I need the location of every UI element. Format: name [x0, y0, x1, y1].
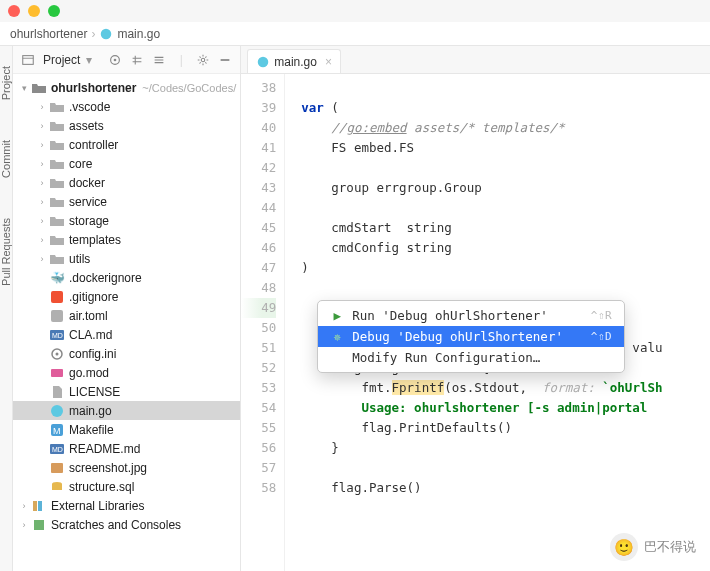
tree-item-core[interactable]: › core	[13, 154, 240, 173]
tree-item--vscode[interactable]: › .vscode	[13, 97, 240, 116]
tree-root[interactable]: ▾ ohurlshortener ~/Codes/GoCodes/	[13, 78, 240, 97]
tab-main-go[interactable]: main.go ×	[247, 49, 341, 73]
line-number[interactable]: 46	[241, 238, 276, 258]
code-line[interactable]: Usage: ohurlshortener [-s admin|portal	[301, 398, 710, 418]
tree-item-license[interactable]: LICENSE	[13, 382, 240, 401]
close-tab-icon[interactable]: ×	[325, 55, 332, 69]
svg-rect-7	[51, 291, 63, 303]
project-panel-title[interactable]: Project	[43, 53, 80, 67]
line-number[interactable]: 48	[241, 278, 276, 298]
line-number[interactable]: 52	[241, 358, 276, 378]
chevron-right-icon[interactable]: ›	[35, 140, 49, 150]
code-line[interactable]	[301, 278, 710, 298]
code-line[interactable]: //go:embed assets/* templates/*	[301, 118, 710, 138]
sidebar-tab-commit[interactable]: Commit	[0, 140, 12, 178]
chevron-down-icon[interactable]: ▾	[86, 53, 92, 67]
chevron-right-icon[interactable]: ›	[17, 501, 31, 511]
chevron-right-icon[interactable]: ›	[35, 235, 49, 245]
tree-item--gitignore[interactable]: .gitignore	[13, 287, 240, 306]
tree-item-docker[interactable]: › docker	[13, 173, 240, 192]
line-number[interactable]: 56	[241, 438, 276, 458]
chevron-right-icon[interactable]: ›	[35, 102, 49, 112]
line-number[interactable]: 58	[241, 478, 276, 498]
collapse-all-icon[interactable]	[150, 51, 168, 69]
breadcrumb-project[interactable]: ohurlshortener	[10, 27, 87, 41]
line-gutter[interactable]: 3839404142434445464748495051525354555657…	[241, 74, 285, 571]
project-view-icon[interactable]	[19, 51, 37, 69]
chevron-right-icon[interactable]: ›	[35, 197, 49, 207]
code-line[interactable]: var (	[301, 98, 710, 118]
line-number[interactable]: 38	[241, 78, 276, 98]
select-opened-file-icon[interactable]	[106, 51, 124, 69]
chevron-right-icon[interactable]: ›	[17, 520, 31, 530]
menu-modify-config[interactable]: Modify Run Configuration…	[318, 347, 624, 368]
menu-debug[interactable]: ✵ Debug 'Debug ohUrlShortener' ^⇧D	[318, 326, 624, 347]
line-number[interactable]: 54	[241, 398, 276, 418]
minimize-window-button[interactable]	[28, 5, 40, 17]
code-line[interactable]: FS embed.FS	[301, 138, 710, 158]
tree-item-main-go[interactable]: main.go	[13, 401, 240, 420]
tree-item-cla-md[interactable]: MD CLA.md	[13, 325, 240, 344]
line-number[interactable]: 53	[241, 378, 276, 398]
tree-item-templates[interactable]: › templates	[13, 230, 240, 249]
tree-item-config-ini[interactable]: config.ini	[13, 344, 240, 363]
tree-scratches[interactable]: › Scratches and Consoles	[13, 515, 240, 534]
code-line[interactable]	[301, 458, 710, 478]
line-number[interactable]: 40	[241, 118, 276, 138]
breadcrumb-file[interactable]: main.go	[117, 27, 160, 41]
tree-item-screenshot-jpg[interactable]: screenshot.jpg	[13, 458, 240, 477]
line-number[interactable]: 47	[241, 258, 276, 278]
code-line[interactable]: cmdConfig string	[301, 238, 710, 258]
code-line[interactable]: cmdStart string	[301, 218, 710, 238]
line-number[interactable]: 41	[241, 138, 276, 158]
code-area[interactable]: 3839404142434445464748495051525354555657…	[241, 74, 710, 571]
tree-item-utils[interactable]: › utils	[13, 249, 240, 268]
tree-item-service[interactable]: › service	[13, 192, 240, 211]
code-line[interactable]	[301, 78, 710, 98]
project-tree[interactable]: ▾ ohurlshortener ~/Codes/GoCodes/ › .vsc…	[13, 74, 240, 571]
settings-gear-icon[interactable]	[194, 51, 212, 69]
tree-item-air-toml[interactable]: air.toml	[13, 306, 240, 325]
chevron-down-icon[interactable]: ▾	[17, 83, 31, 93]
tree-item-structure-sql[interactable]: structure.sql	[13, 477, 240, 496]
line-number[interactable]: 50	[241, 318, 276, 338]
line-number[interactable]: 51	[241, 338, 276, 358]
code-line[interactable]: }	[301, 438, 710, 458]
close-window-button[interactable]	[8, 5, 20, 17]
code-line[interactable]: group errgroup.Group	[301, 178, 710, 198]
code-line[interactable]: )	[301, 258, 710, 278]
line-number[interactable]: 57	[241, 458, 276, 478]
code-line[interactable]	[301, 198, 710, 218]
line-number[interactable]: 43	[241, 178, 276, 198]
code-line[interactable]: flag.Parse()	[301, 478, 710, 498]
tree-item-makefile[interactable]: M Makefile	[13, 420, 240, 439]
line-number[interactable]: 44	[241, 198, 276, 218]
code-line[interactable]	[301, 158, 710, 178]
chevron-right-icon[interactable]: ›	[35, 216, 49, 226]
sidebar-tab-pull-requests[interactable]: Pull Requests	[0, 218, 12, 286]
line-number[interactable]: 55	[241, 418, 276, 438]
code-line[interactable]: flag.PrintDefaults()	[301, 418, 710, 438]
tree-item-assets[interactable]: › assets	[13, 116, 240, 135]
line-number[interactable]: 49	[241, 298, 276, 318]
expand-all-icon[interactable]	[128, 51, 146, 69]
line-number[interactable]: 45	[241, 218, 276, 238]
menu-run[interactable]: ▶ Run 'Debug ohUrlShortener' ^⇧R	[318, 305, 624, 326]
tree-item-go-mod[interactable]: go.mod	[13, 363, 240, 382]
chevron-right-icon[interactable]: ›	[35, 178, 49, 188]
sidebar-tab-project[interactable]: Project	[0, 66, 12, 100]
code-line[interactable]: fmt.Fprintf(os.Stdout, format: `ohUrlSh	[301, 378, 710, 398]
tree-item-storage[interactable]: › storage	[13, 211, 240, 230]
tree-item-readme-md[interactable]: MD README.md	[13, 439, 240, 458]
chevron-right-icon[interactable]: ›	[35, 121, 49, 131]
editor: main.go × 383940414243444546474849505152…	[241, 46, 710, 571]
chevron-right-icon[interactable]: ›	[35, 159, 49, 169]
maximize-window-button[interactable]	[48, 5, 60, 17]
tree-item--dockerignore[interactable]: 🐳 .dockerignore	[13, 268, 240, 287]
hide-panel-icon[interactable]	[216, 51, 234, 69]
line-number[interactable]: 39	[241, 98, 276, 118]
tree-item-controller[interactable]: › controller	[13, 135, 240, 154]
chevron-right-icon[interactable]: ›	[35, 254, 49, 264]
line-number[interactable]: 42	[241, 158, 276, 178]
tree-external-libraries[interactable]: › External Libraries	[13, 496, 240, 515]
